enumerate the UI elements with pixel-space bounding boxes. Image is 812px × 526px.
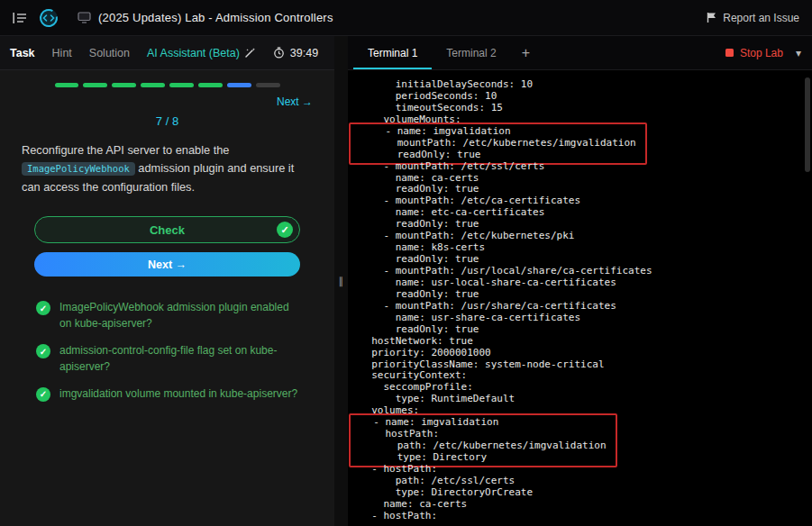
terminal-panel: Terminal 1 Terminal 2 + Stop Lab ▾ initi… [348,36,812,526]
stop-lab-label: Stop Lab [740,47,783,59]
progress-segment-current [227,83,251,87]
terminal-line: readOnly: true [360,289,812,301]
terminal-line: - mountPath: /usr/share/ca-certificates [360,301,812,313]
highlight-box: - name: imgvalidation mountPath: /etc/ku… [349,122,647,165]
check-success-icon: ✓ [277,222,293,238]
tab-ai-assistant[interactable]: AI Assistant (Beta) [147,47,256,59]
lab-monitor-icon [78,12,91,23]
lab-title: (2025 Updates) Lab - Admission Controlle… [98,11,333,24]
ai-assistant-label: AI Assistant (Beta) [147,47,240,59]
terminal-line: readOnly: true [361,150,636,161]
terminal-line: name: ca-certs [360,499,812,511]
step-counter: 7 / 8 [22,114,313,128]
terminal-line: path: /etc/ssl/certs [360,476,812,487]
sidebar-toggle-icon[interactable] [13,12,27,24]
checklist-item-label: admission-control-config-file flag set o… [59,343,301,375]
terminal-line: type: DirectoryOrCreate [360,487,812,499]
tab-solution[interactable]: Solution [89,47,130,59]
terminal-line: initialDelaySeconds: 10 [360,79,812,91]
task-panel-body: Next → 7 / 8 Reconfigure the API server … [0,70,334,526]
check-circle-icon: ✓ [36,344,50,358]
kodekloud-logo[interactable] [38,7,59,29]
report-issue-link[interactable]: Report an Issue [707,12,799,24]
checklist: ✓ImagePolicyWebhook admission plugin ena… [36,300,313,402]
chevron-down-icon[interactable]: ▾ [783,36,803,69]
progress-segment-done [112,83,136,87]
progress-segment-done [141,83,165,87]
flag-icon [707,12,717,23]
terminal-output[interactable]: initialDelaySeconds: 10 periodSeconds: 1… [348,70,812,526]
terminal-line: hostNetwork: true [360,336,812,348]
next-button[interactable]: Next → [34,252,300,277]
checklist-item: ✓imgvalidation volume mounted in kube-ap… [36,386,313,402]
scrollbar-thumb[interactable] [805,77,810,172]
progress-segment-done [83,83,107,87]
terminal-scrollbar[interactable] [805,77,810,519]
progress-bar [55,83,280,87]
check-button[interactable]: Check ✓ [34,216,300,243]
panel-resize-handle[interactable]: ∥ [334,36,348,526]
checklist-item: ✓admission-control-config-file flag set … [36,343,313,375]
topbar: (2025 Updates) Lab - Admission Controlle… [0,0,812,36]
terminal-line: - hostPath: [360,464,812,476]
tab-terminal-2[interactable]: Terminal 2 [432,36,510,69]
checklist-item-label: ImagePolicyWebhook admission plugin enab… [59,300,301,331]
terminal-line: - hostPath: [360,511,812,522]
terminal-line: type: RuntimeDefault [360,394,812,405]
terminal-line: periodSeconds: 10 [360,91,812,103]
terminal-line: name: usr-local-share-ca-certificates [360,277,812,289]
report-issue-label: Report an Issue [723,12,799,24]
progress-segment-done [55,83,79,87]
progress-segment-done [169,83,194,87]
task-panel: Task Hint Solution AI Assistant (Beta) 3… [0,36,334,526]
stop-icon [725,49,734,57]
checklist-item: ✓ImagePolicyWebhook admission plugin ena… [36,300,313,331]
stop-lab-button[interactable]: Stop Lab [725,36,783,69]
tab-terminal-1[interactable]: Terminal 1 [353,36,432,69]
task-panel-tabs: Task Hint Solution AI Assistant (Beta) 3… [0,36,334,70]
terminal-line: - mountPath: /usr/local/share/ca-certifi… [360,266,812,277]
tab-hint[interactable]: Hint [52,47,72,59]
highlight-box: - name: imgvalidation hostPath: path: /e… [349,413,617,467]
terminal-line: timeoutSeconds: 15 [360,103,812,114]
add-terminal-button[interactable]: + [511,36,541,69]
tab-task[interactable]: Task [10,47,35,59]
main-area: Task Hint Solution AI Assistant (Beta) 3… [0,36,812,526]
terminal-line: - mountPath: /etc/ssl/certs [360,161,812,173]
grip-icon: ∥ [339,276,344,287]
stopwatch-icon [273,47,285,59]
lab-timer: 39:49 [273,47,318,59]
progress-segment-done [198,83,223,87]
terminal-line: priority: 2000001000 [360,348,812,359]
terminal-line: mountPath: /etc/kubernetes/imgvalidation [361,138,636,150]
app-window: (2025 Updates) Lab - Admission Controlle… [0,0,812,526]
title-wrap: (2025 Updates) Lab - Admission Controlle… [78,11,333,24]
task-description: Reconfigure the API server to enable the… [22,141,313,196]
checklist-item-label: imgvalidation volume mounted in kube-api… [59,386,297,402]
magic-wand-icon [244,47,256,59]
timer-value: 39:49 [290,47,318,59]
terminal-line: - name: imgvalidation [361,126,636,138]
terminal-tab-bar: Terminal 1 Terminal 2 + Stop Lab ▾ [348,36,812,70]
progress-segment-todo [256,83,280,87]
terminal-line: name: usr-share-ca-certificates [360,313,812,324]
terminal-line: readOnly: true [360,324,812,336]
check-button-label: Check [150,223,185,237]
check-circle-icon: ✓ [36,301,50,315]
task-text-before: Reconfigure the API server to enable the [22,143,230,157]
next-step-link[interactable]: Next → [22,95,313,108]
terminal-line: type: Directory [361,452,607,464]
check-circle-icon: ✓ [36,387,50,402]
inline-code-chip: ImagePolicyWebhook [22,162,135,176]
